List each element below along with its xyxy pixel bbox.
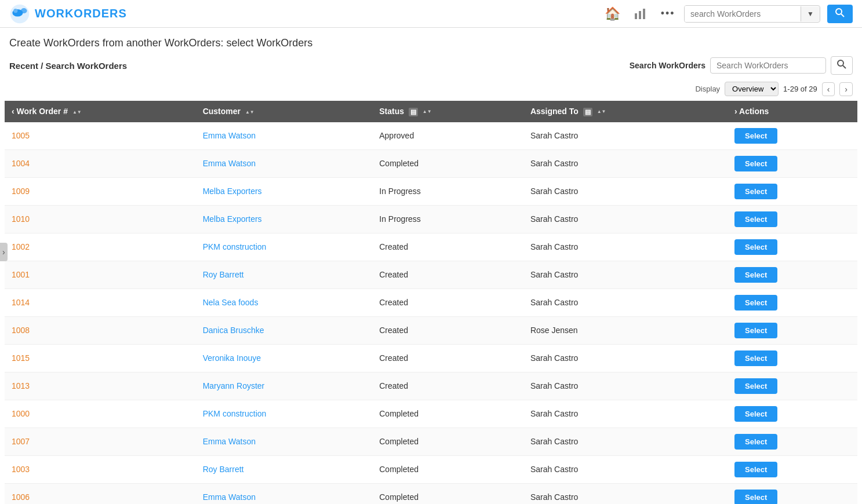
col-header-customer[interactable]: Customer ▲▼	[196, 101, 373, 122]
cell-work-order: 1015	[5, 344, 196, 372]
select-button[interactable]: Select	[734, 156, 777, 171]
cell-status: Created	[372, 372, 523, 400]
cell-customer: Roy Barrett	[196, 261, 373, 288]
pagination-prev-button[interactable]: ‹	[822, 82, 835, 96]
filter-icon-assigned-to: ▤	[583, 108, 592, 116]
col-header-work-order[interactable]: ‹ Work Order # ▲▼	[5, 101, 196, 122]
select-button[interactable]: Select	[734, 490, 777, 504]
table-row: 1002PKM constructionCreatedSarah CastroS…	[5, 233, 857, 261]
header-search-go-button[interactable]	[827, 5, 853, 23]
select-button[interactable]: Select	[734, 267, 777, 283]
cell-status: Completed	[372, 455, 523, 483]
col-header-status[interactable]: Status ▤ ▲▼	[372, 101, 523, 122]
select-button[interactable]: Select	[734, 184, 777, 199]
cell-assigned-to: Sarah Castro	[523, 288, 728, 316]
cell-work-order: 1008	[5, 316, 196, 344]
sort-icon-assigned-to: ▲▼	[597, 109, 606, 114]
cell-assigned-to: Sarah Castro	[523, 177, 728, 205]
select-button[interactable]: Select	[734, 295, 777, 311]
display-label: Display	[695, 85, 720, 93]
svg-line-10	[843, 65, 846, 68]
cell-customer: Roy Barrett	[196, 455, 373, 483]
table-row: 1003Roy BarrettCompletedSarah CastroSele…	[5, 455, 857, 483]
cell-work-order: 1004	[5, 149, 196, 177]
select-button[interactable]: Select	[734, 434, 777, 450]
cell-status: In Progress	[372, 177, 523, 205]
cell-work-order: 1006	[5, 483, 196, 504]
app-logo-text: WORKORDERS	[35, 7, 127, 20]
more-button[interactable]: •••	[656, 2, 679, 25]
select-button[interactable]: Select	[734, 239, 777, 255]
pagination-next-button[interactable]: ›	[839, 82, 853, 96]
select-button[interactable]: Select	[734, 378, 777, 394]
cell-assigned-to: Sarah Castro	[523, 205, 728, 233]
home-button[interactable]: 🏠	[601, 2, 624, 25]
sort-icon-status: ▲▼	[423, 109, 432, 114]
cell-customer: Maryann Royster	[196, 372, 373, 400]
cell-actions: Select	[728, 288, 857, 316]
col-header-actions: › Actions	[728, 101, 857, 122]
left-panel-tab[interactable]: ›	[0, 243, 8, 261]
cell-status: Created	[372, 344, 523, 372]
select-button[interactable]: Select	[734, 128, 777, 144]
table-row: 1006Emma WatsonCompletedSarah CastroSele…	[5, 483, 857, 504]
cell-assigned-to: Rose Jensen	[523, 316, 728, 344]
workorders-table: ‹ Work Order # ▲▼ Customer ▲▼ Status ▤ ▲…	[5, 101, 857, 504]
chart-button[interactable]	[628, 2, 652, 25]
search-workorders-input[interactable]	[710, 57, 826, 74]
cell-work-order: 1005	[5, 122, 196, 150]
col-header-assigned-to[interactable]: Assigned To ▤ ▲▼	[523, 101, 728, 122]
table-row: 1013Maryann RoysterCreatedSarah CastroSe…	[5, 372, 857, 400]
cell-actions: Select	[728, 344, 857, 372]
cell-work-order: 1003	[5, 455, 196, 483]
svg-point-9	[838, 60, 843, 66]
table-row: 1001Roy BarrettCreatedSarah CastroSelect	[5, 261, 857, 288]
table-row: 1015Veronika InouyeCreatedSarah CastroSe…	[5, 344, 857, 372]
svg-point-7	[836, 9, 842, 14]
svg-rect-6	[643, 9, 645, 19]
header-nav: 🏠 ••• ▼	[601, 2, 853, 25]
cell-actions: Select	[728, 233, 857, 261]
cell-work-order: 1014	[5, 288, 196, 316]
cell-status: Completed	[372, 428, 523, 455]
table-row: 1014Nela Sea foodsCreatedSarah CastroSel…	[5, 288, 857, 316]
cell-customer: Veronika Inouye	[196, 344, 373, 372]
select-button[interactable]: Select	[734, 211, 777, 227]
cell-assigned-to: Sarah Castro	[523, 400, 728, 428]
select-button[interactable]: Select	[734, 462, 777, 477]
cell-customer: Nela Sea foods	[196, 288, 373, 316]
cell-status: Completed	[372, 483, 523, 504]
svg-point-3	[13, 9, 17, 13]
search-workorders-go-button[interactable]	[831, 56, 853, 75]
cell-assigned-to: Sarah Castro	[523, 344, 728, 372]
cell-status: Created	[372, 233, 523, 261]
cell-customer: PKM construction	[196, 400, 373, 428]
logo-icon	[9, 3, 30, 24]
cell-assigned-to: Sarah Castro	[523, 233, 728, 261]
cell-customer: Melba Exporters	[196, 177, 373, 205]
header-search-input[interactable]	[685, 6, 801, 22]
select-button[interactable]: Select	[734, 323, 777, 338]
cell-customer: Emma Watson	[196, 122, 373, 150]
table-container: ‹ Work Order # ▲▼ Customer ▲▼ Status ▤ ▲…	[0, 101, 862, 504]
svg-rect-5	[639, 11, 641, 19]
table-row: 1007Emma WatsonCompletedSarah CastroSele…	[5, 428, 857, 455]
cell-customer: Danica Bruschke	[196, 316, 373, 344]
cell-status: Created	[372, 316, 523, 344]
table-row: 1004Emma WatsonCompletedSarah CastroSele…	[5, 149, 857, 177]
filter-icon-status: ▤	[409, 108, 418, 116]
select-button[interactable]: Select	[734, 350, 777, 366]
cell-actions: Select	[728, 205, 857, 233]
table-header-row: ‹ Work Order # ▲▼ Customer ▲▼ Status ▤ ▲…	[5, 101, 857, 122]
table-row: 1009Melba ExportersIn ProgressSarah Cast…	[5, 177, 857, 205]
cell-work-order: 1009	[5, 177, 196, 205]
sort-icon-work-order: ▲▼	[72, 110, 82, 115]
header-search-dropdown-button[interactable]: ▼	[801, 6, 820, 21]
cell-work-order: 1007	[5, 428, 196, 455]
cell-assigned-to: Sarah Castro	[523, 428, 728, 455]
select-button[interactable]: Select	[734, 406, 777, 422]
cell-actions: Select	[728, 483, 857, 504]
cell-work-order: 1010	[5, 205, 196, 233]
cell-status: In Progress	[372, 205, 523, 233]
display-select[interactable]: Overview	[725, 82, 779, 96]
